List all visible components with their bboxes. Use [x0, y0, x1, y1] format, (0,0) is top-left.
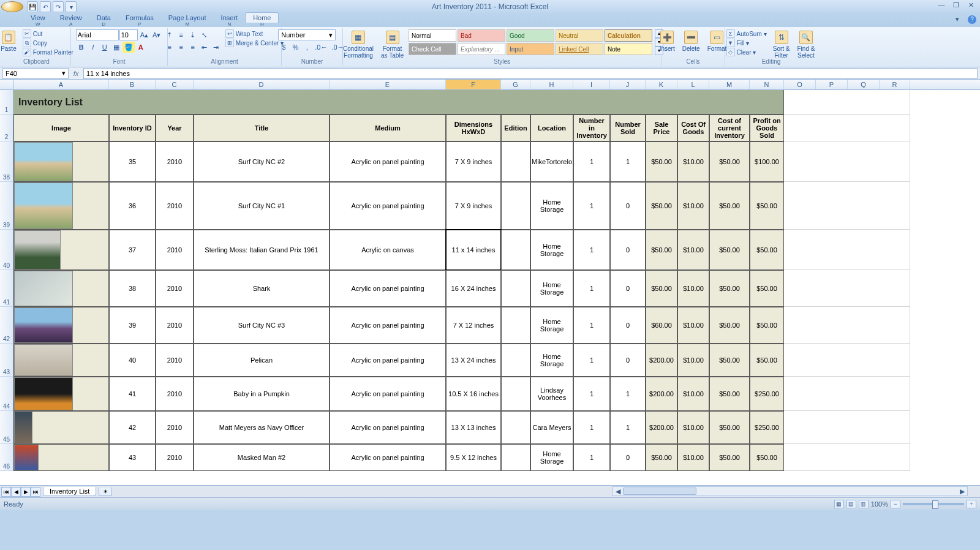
align-top-button[interactable]: ⇡: [164, 29, 175, 40]
table-header[interactable]: Inventory ID: [109, 115, 156, 141]
table-cell[interactable]: $50.00: [709, 141, 750, 182]
table-cell[interactable]: 1: [573, 182, 610, 230]
col-header-K[interactable]: K: [646, 80, 677, 89]
table-cell[interactable]: 13 X 13 inches: [446, 411, 501, 444]
align-right-button[interactable]: ≡: [187, 42, 198, 53]
col-header-Q[interactable]: Q: [848, 80, 880, 89]
table-cell[interactable]: 1: [573, 444, 610, 471]
orientation-button[interactable]: ⤡: [199, 29, 210, 40]
table-cell[interactable]: 7 X 12 inches: [446, 307, 501, 344]
table-cell[interactable]: 1: [610, 411, 646, 444]
increase-indent-button[interactable]: ⇥: [211, 42, 222, 53]
table-cell[interactable]: 0: [610, 230, 646, 270]
table-cell[interactable]: Surf City NC #3: [194, 307, 330, 344]
table-cell[interactable]: $50.00: [646, 230, 677, 270]
table-cell[interactable]: 1: [610, 377, 646, 411]
number-format-select[interactable]: Number▾: [278, 29, 336, 40]
format-as-table-button[interactable]: ▤Format as Table: [379, 29, 406, 60]
currency-button[interactable]: $: [278, 42, 289, 53]
table-cell[interactable]: Home Storage: [530, 270, 573, 307]
qat-button[interactable]: ▾: [66, 1, 77, 12]
table-cell[interactable]: Acrylic on panel painting: [330, 377, 446, 411]
table-header[interactable]: Medium: [330, 115, 446, 141]
qat-button[interactable]: 💾: [27, 1, 38, 12]
comma-button[interactable]: ,: [301, 42, 312, 53]
table-cell[interactable]: 1: [573, 307, 610, 344]
row-header[interactable]: 44: [0, 377, 13, 411]
table-cell[interactable]: [13, 141, 109, 182]
row-header[interactable]: 40: [0, 230, 13, 270]
table-header[interactable]: Number Sold: [610, 115, 646, 141]
table-cell[interactable]: Cara Meyers: [530, 411, 573, 444]
table-cell[interactable]: [501, 270, 530, 307]
col-header-F[interactable]: F: [446, 80, 501, 89]
table-cell[interactable]: $10.00: [677, 230, 709, 270]
format-painter-button[interactable]: 🖌Format Painter: [21, 48, 75, 56]
col-header-J[interactable]: J: [610, 80, 646, 89]
table-cell[interactable]: [13, 444, 109, 471]
row-header[interactable]: 1: [0, 90, 13, 115]
table-header[interactable]: Year: [156, 115, 194, 141]
table-cell[interactable]: 2010: [156, 270, 194, 307]
table-cell[interactable]: $100.00: [750, 141, 784, 182]
table-cell[interactable]: 0: [610, 444, 646, 471]
col-header-P[interactable]: P: [816, 80, 848, 89]
style-neutral[interactable]: Neutral: [556, 29, 603, 42]
table-cell[interactable]: 37: [109, 230, 156, 270]
table-cell[interactable]: 2010: [156, 307, 194, 344]
horizontal-scrollbar[interactable]: ◀ ▶: [612, 486, 968, 496]
table-cell[interactable]: $50.00: [709, 444, 750, 471]
table-header[interactable]: Image: [13, 115, 109, 141]
table-cell[interactable]: [501, 230, 530, 270]
view-normal-button[interactable]: ▦: [834, 500, 844, 508]
table-cell[interactable]: 43: [109, 444, 156, 471]
select-all-button[interactable]: [0, 80, 13, 89]
table-cell[interactable]: $50.00: [646, 270, 677, 307]
fill-color-button[interactable]: 🪣: [123, 42, 135, 53]
next-sheet-button[interactable]: ▶: [21, 487, 31, 497]
col-header-N[interactable]: N: [750, 80, 784, 89]
table-cell[interactable]: $10.00: [677, 411, 709, 444]
col-header-I[interactable]: I: [573, 80, 610, 89]
table-cell[interactable]: Home Storage: [530, 444, 573, 471]
row-header[interactable]: 43: [0, 344, 13, 377]
table-cell[interactable]: Baby in a Pumpkin: [194, 377, 330, 411]
underline-button[interactable]: U: [99, 42, 110, 53]
minimize-ribbon-icon[interactable]: ▾: [956, 15, 959, 23]
table-cell[interactable]: Sterling Moss: Italian Grand Prix 1961: [194, 230, 330, 270]
first-sheet-button[interactable]: ⏮: [1, 487, 11, 497]
col-header-H[interactable]: H: [530, 80, 573, 89]
row-header[interactable]: 42: [0, 307, 13, 344]
table-cell[interactable]: 2010: [156, 141, 194, 182]
table-cell[interactable]: Home Storage: [530, 344, 573, 377]
find-select-button[interactable]: 🔍Find & Select: [795, 29, 818, 60]
row-header[interactable]: 41: [0, 270, 13, 307]
table-cell[interactable]: $200.00: [646, 377, 677, 411]
table-cell[interactable]: Acrylic on panel painting: [330, 344, 446, 377]
align-middle-button[interactable]: ≡: [176, 29, 187, 40]
table-cell[interactable]: 9.5 X 12 inches: [446, 444, 501, 471]
table-cell[interactable]: Acrylic on canvas: [330, 230, 446, 270]
table-cell[interactable]: $50.00: [646, 444, 677, 471]
table-cell[interactable]: [13, 377, 109, 411]
col-header-G[interactable]: G: [501, 80, 530, 89]
font-color-button[interactable]: A: [135, 42, 146, 53]
clear-button[interactable]: ◇Clear ▾: [725, 48, 768, 56]
col-header-L[interactable]: L: [677, 80, 709, 89]
table-cell[interactable]: 1: [573, 377, 610, 411]
office-button[interactable]: [1, 1, 23, 12]
table-cell[interactable]: Acrylic on panel painting: [330, 411, 446, 444]
decrease-indent-button[interactable]: ⇤: [199, 42, 210, 53]
style-calculation[interactable]: Calculation: [605, 29, 652, 42]
table-cell[interactable]: Acrylic on panel painting: [330, 141, 446, 182]
align-bottom-button[interactable]: ⇣: [187, 29, 198, 40]
scroll-left-icon[interactable]: ◀: [613, 488, 623, 495]
table-cell[interactable]: $10.00: [677, 344, 709, 377]
col-header-C[interactable]: C: [156, 80, 194, 89]
table-cell[interactable]: $10.00: [677, 270, 709, 307]
table-cell[interactable]: Pelican: [194, 344, 330, 377]
table-cell[interactable]: [501, 182, 530, 230]
table-cell[interactable]: [501, 411, 530, 444]
font-size-select[interactable]: [119, 29, 138, 40]
scroll-right-icon[interactable]: ▶: [957, 488, 967, 495]
